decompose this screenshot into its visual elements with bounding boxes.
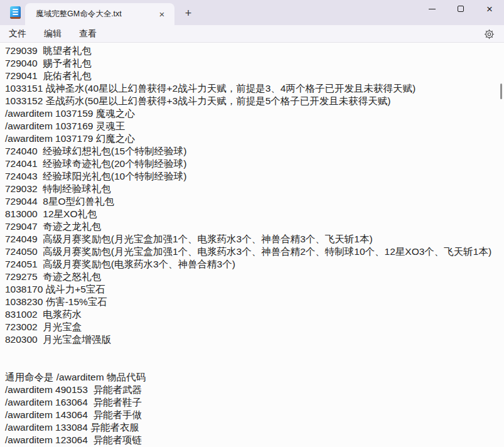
menu-view[interactable]: 查看 <box>75 26 100 41</box>
menubar: 文件 编辑 查看 <box>0 25 504 43</box>
tab-title: 魔域完整GM命令大全.txt <box>36 9 156 19</box>
settings-button[interactable] <box>481 27 496 41</box>
menu-edit[interactable]: 编辑 <box>40 26 65 41</box>
notepad-window: 魔域完整GM命令大全.txt × + × 文件 编辑 查看 <box>0 0 504 447</box>
notepad-app-icon <box>10 6 21 19</box>
minimize-icon <box>429 9 436 9</box>
tab-close-icon[interactable]: × <box>156 8 168 21</box>
minimize-button[interactable] <box>417 0 446 18</box>
document-text: 729039 眺望者礼包 729040 赐予者礼包 729041 庇佑者礼包 1… <box>0 43 504 446</box>
gear-icon <box>484 29 495 40</box>
titlebar: 魔域完整GM命令大全.txt × + × <box>0 0 504 25</box>
text-editor[interactable]: 729039 眺望者礼包 729040 赐予者礼包 729041 庇佑者礼包 1… <box>0 43 504 447</box>
close-button[interactable]: × <box>475 0 504 18</box>
caption-buttons: × <box>417 0 504 18</box>
menu-file[interactable]: 文件 <box>5 26 30 41</box>
maximize-icon <box>458 6 464 12</box>
maximize-button[interactable] <box>446 0 475 18</box>
new-tab-button[interactable]: + <box>181 6 196 21</box>
close-icon: × <box>486 4 493 14</box>
vertical-scrollbar-thumb[interactable] <box>500 83 502 99</box>
tab-active[interactable]: 魔域完整GM命令大全.txt × <box>25 3 174 25</box>
